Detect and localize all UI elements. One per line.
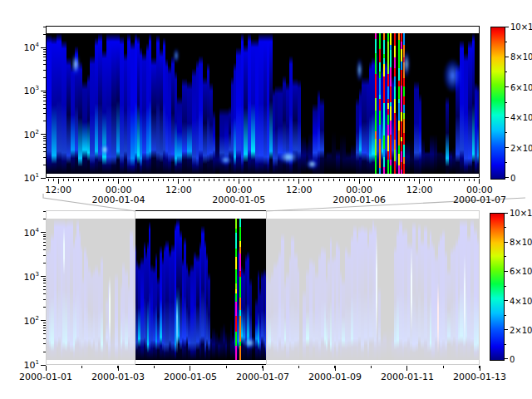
- x-tick-label: 12:00: [45, 185, 71, 195]
- zoom-selection-window[interactable]: [135, 210, 266, 365]
- burst-streak: [379, 33, 381, 174]
- colorbar-tick-label: 4×107: [510, 112, 532, 122]
- x-minor-tick: [226, 366, 227, 368]
- bright-emission-patch: [273, 147, 303, 167]
- y-minor-tick: [43, 263, 46, 264]
- y-minor-tick: [43, 104, 46, 105]
- x-minor-tick: [83, 179, 84, 181]
- x-tick-label: 2000-01-13: [453, 372, 506, 382]
- colorbar-minor-tick: [505, 162, 507, 163]
- x-minor-tick: [53, 179, 54, 181]
- dim-overlay-left: [46, 210, 135, 365]
- x-minor-tick: [194, 179, 195, 181]
- colorbar-major-tick: [504, 358, 508, 359]
- x-minor-tick: [103, 179, 104, 181]
- y-minor-tick: [43, 286, 46, 287]
- y-minor-tick: [43, 92, 46, 93]
- context-colorbar-gradient: [490, 214, 504, 360]
- x-minor-tick: [48, 179, 49, 181]
- x-minor-tick: [399, 179, 400, 181]
- x-minor-tick: [190, 366, 190, 368]
- x-minor-tick: [117, 366, 118, 368]
- x-tick-date-label: 2000-01-05: [212, 195, 265, 205]
- y-minor-tick: [43, 219, 46, 219]
- x-minor-tick: [429, 179, 430, 181]
- x-minor-tick: [244, 179, 244, 181]
- y-minor-tick: [43, 27, 46, 27]
- burst-streak: [398, 33, 400, 174]
- colorbar-major-tick: [505, 147, 509, 148]
- zoom-spectrogram-plot[interactable]: [47, 33, 479, 174]
- colorbar-major-tick: [504, 271, 508, 272]
- y-major-tick: [41, 134, 46, 135]
- x-minor-tick: [371, 366, 372, 368]
- x-minor-tick: [81, 366, 82, 368]
- x-minor-tick: [303, 179, 304, 181]
- colorbar-minor-tick: [504, 227, 506, 228]
- x-minor-tick: [133, 179, 134, 181]
- dim-overlay-right: [266, 210, 480, 365]
- x-minor-tick: [88, 179, 89, 181]
- x-minor-tick: [394, 179, 395, 181]
- x-minor-tick: [414, 179, 415, 181]
- x-minor-tick: [254, 179, 254, 181]
- x-minor-tick: [344, 179, 345, 181]
- colorbar-major-tick: [504, 300, 508, 301]
- zoom-colorbar: [490, 27, 505, 180]
- x-minor-tick: [268, 179, 269, 181]
- y-minor-tick: [43, 307, 46, 308]
- burst-streak: [387, 33, 389, 174]
- colorbar-minor-tick: [504, 286, 506, 287]
- y-minor-tick: [43, 325, 46, 326]
- x-minor-tick: [323, 179, 324, 181]
- y-minor-tick: [43, 54, 46, 55]
- y-minor-tick: [43, 77, 46, 78]
- x-minor-tick: [78, 179, 79, 181]
- x-minor-tick: [46, 366, 47, 368]
- y-minor-tick: [43, 136, 46, 137]
- colorbar-major-tick: [504, 213, 508, 214]
- y-tick-label: 102: [24, 129, 39, 140]
- y-minor-tick: [43, 352, 46, 352]
- x-minor-tick: [434, 179, 435, 181]
- y-minor-tick: [43, 289, 46, 290]
- colorbar-tick-label: 4×107: [510, 295, 532, 305]
- x-tick-label: 12:00: [406, 185, 433, 195]
- burst-streak: [390, 33, 392, 174]
- y-minor-tick: [43, 239, 46, 239]
- x-minor-tick: [178, 179, 179, 181]
- x-minor-tick: [479, 179, 480, 181]
- y-minor-tick: [43, 333, 46, 334]
- burst-streak: [383, 33, 385, 174]
- bright-emission-patch: [304, 157, 320, 171]
- bright-emission-patch: [173, 46, 180, 66]
- y-minor-tick: [43, 323, 46, 323]
- x-minor-tick: [288, 179, 289, 181]
- x-minor-tick: [204, 179, 204, 181]
- colorbar-tick-label: 2×107: [510, 142, 532, 152]
- y-minor-tick: [43, 140, 46, 141]
- y-minor-tick: [43, 236, 46, 237]
- colorbar-tick-label: 8×107: [510, 52, 532, 62]
- y-minor-tick: [43, 113, 46, 114]
- colorbar-major-tick: [505, 57, 509, 57]
- x-tick-label: 2000-01-11: [381, 372, 434, 382]
- colorbar-tick-label: 10×107: [510, 22, 532, 32]
- y-tick-label: 104: [24, 227, 39, 239]
- colorbar-major-tick: [504, 242, 508, 243]
- y-minor-tick: [43, 255, 46, 256]
- colorbar-tick-label: 0: [510, 355, 515, 364]
- x-minor-tick: [154, 366, 155, 368]
- y-minor-tick: [43, 328, 46, 328]
- y-minor-tick: [43, 57, 46, 57]
- colorbar-tick-label: 0: [510, 174, 515, 183]
- y-minor-tick: [43, 343, 46, 344]
- x-minor-tick: [143, 179, 144, 181]
- x-tick-label: 2000-01-01: [19, 372, 72, 382]
- x-minor-tick: [68, 179, 69, 181]
- zoom-colorbar-gradient: [491, 27, 505, 179]
- x-tick-label: 2000-01-09: [308, 372, 362, 382]
- bright-emission-patch: [70, 49, 81, 80]
- y-minor-tick: [43, 249, 46, 250]
- x-minor-tick: [209, 179, 209, 181]
